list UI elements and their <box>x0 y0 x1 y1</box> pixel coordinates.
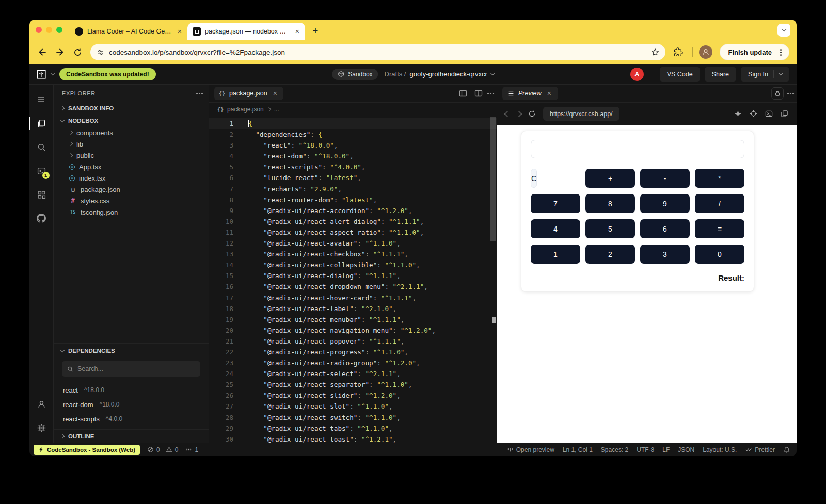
calc-button-digit-1[interactable]: 1 <box>531 245 580 264</box>
remote-indicator[interactable]: CodeSandbox - Sandbox (Web) <box>34 445 140 455</box>
console-icon[interactable] <box>765 110 773 118</box>
github-icon[interactable] <box>29 206 54 230</box>
calc-button-minus[interactable]: - <box>640 169 690 188</box>
section-sandbox-info[interactable]: SANDBOX INFO <box>54 102 209 115</box>
calc-button-digit-0[interactable]: 0 <box>695 245 744 264</box>
formatter-indicator[interactable]: Prettier <box>745 446 775 453</box>
vscode-button[interactable]: VS Code <box>660 67 700 82</box>
close-editor-tab-icon[interactable]: × <box>272 89 279 97</box>
calc-button-digit-5[interactable]: 5 <box>585 219 635 238</box>
tab-search-button[interactable] <box>777 24 790 37</box>
extensions-icon[interactable] <box>29 183 54 206</box>
calc-button-clear[interactable]: C <box>531 169 537 188</box>
calc-button-multiply[interactable]: * <box>695 169 744 188</box>
devtools-icon[interactable]: 1 <box>29 159 54 183</box>
share-button[interactable]: Share <box>705 67 736 82</box>
calc-button-divide[interactable]: / <box>695 194 744 213</box>
inspect-crosshair-icon[interactable] <box>750 110 757 118</box>
editor-scrollbar[interactable] <box>490 116 496 443</box>
sandbox-environment-badge[interactable]: Sandbox <box>332 69 378 80</box>
cursor-position[interactable]: Ln 1, Col 1 <box>563 446 593 453</box>
dependency-react-scripts[interactable]: react-scripts^4.0.0 <box>54 412 209 426</box>
browser-profile-avatar[interactable] <box>699 45 712 59</box>
calc-display-input[interactable] <box>531 140 744 158</box>
calc-button-plus[interactable]: + <box>585 169 635 188</box>
close-tab-icon[interactable]: × <box>294 27 301 36</box>
calc-button-digit-4[interactable]: 4 <box>531 219 580 238</box>
menu-hamburger-icon[interactable] <box>29 88 54 111</box>
scrollbar-thumb[interactable] <box>490 117 496 241</box>
tree-folder-components[interactable]: components <box>54 127 209 138</box>
language-mode[interactable]: JSON <box>678 446 694 453</box>
reload-button[interactable] <box>70 44 85 60</box>
tree-file-tsconfig.json[interactable]: TStsconfig.json <box>54 206 209 218</box>
dependency-search-input[interactable] <box>77 365 195 372</box>
finish-update-button[interactable]: Finish update <box>720 44 790 60</box>
logo-menu-chevron-icon[interactable] <box>51 71 55 75</box>
dependency-react[interactable]: react^18.0.0 <box>54 383 209 397</box>
extensions-puzzle-icon[interactable] <box>671 44 686 60</box>
preview-tab[interactable]: Preview × <box>502 87 558 100</box>
preview-back-icon[interactable] <box>504 111 510 117</box>
minimize-window-button[interactable] <box>46 27 52 33</box>
explorer-more-icon[interactable] <box>199 93 200 94</box>
forward-button[interactable] <box>52 44 68 60</box>
section-nodebox[interactable]: NODEBOX <box>54 115 209 127</box>
calc-button-equals[interactable]: = <box>695 219 744 238</box>
explorer-files-icon[interactable] <box>29 111 54 135</box>
lock-icon[interactable] <box>771 87 784 100</box>
preview-reload-icon[interactable] <box>528 110 536 118</box>
editor-tab-package-json[interactable]: {} package.json × <box>214 87 283 100</box>
browser-tab-llama-coder[interactable]: Llama Coder – AI Code Gener × <box>70 23 187 40</box>
preview-more-icon[interactable] <box>790 93 791 94</box>
split-editor-icon[interactable] <box>474 89 483 97</box>
section-outline[interactable]: OUTLINE <box>54 429 209 443</box>
problems-indicator[interactable]: 0 0 <box>147 446 178 453</box>
calc-button-digit-9[interactable]: 9 <box>640 194 690 213</box>
close-tab-icon[interactable]: × <box>176 27 183 36</box>
ai-sparkle-icon[interactable] <box>734 110 742 118</box>
user-avatar[interactable]: A <box>630 68 644 81</box>
settings-gear-icon[interactable] <box>29 416 54 440</box>
indent-setting[interactable]: Spaces: 2 <box>601 446 628 453</box>
calc-button-digit-8[interactable]: 8 <box>585 194 635 213</box>
calc-button-digit-3[interactable]: 3 <box>640 245 690 264</box>
close-preview-tab-icon[interactable]: × <box>545 89 552 97</box>
search-icon[interactable] <box>29 135 54 159</box>
codesandbox-logo[interactable] <box>37 70 46 79</box>
tree-folder-lib[interactable]: lib <box>54 138 209 150</box>
eol-setting[interactable]: LF <box>662 446 670 453</box>
editor-more-icon[interactable] <box>490 93 491 94</box>
account-icon[interactable] <box>29 392 54 416</box>
open-external-icon[interactable] <box>781 110 788 118</box>
section-dependencies[interactable]: DEPENDENCIES <box>54 345 209 357</box>
code-editor[interactable]: 1{2 "dependencies": {3 "react": "^18.0.0… <box>209 116 497 443</box>
dependency-react-dom[interactable]: react-dom^18.0.0 <box>54 397 209 412</box>
sandbox-breadcrumb[interactable]: Drafts / goofy-grothendieck-qrvxcr <box>385 70 494 78</box>
browser-tab-package-json[interactable]: package.json — nodebox — C × <box>187 23 305 40</box>
calc-button-digit-2[interactable]: 2 <box>585 245 635 264</box>
dependency-search[interactable] <box>62 361 200 377</box>
tree-file-styles.css[interactable]: #styles.css <box>54 195 209 206</box>
close-window-button[interactable] <box>36 27 42 33</box>
toggle-sidebar-icon[interactable] <box>459 89 467 97</box>
preview-url[interactable]: https://qrvxcr.csb.app/ <box>543 107 620 121</box>
breadcrumb[interactable]: {} package.json ... <box>209 103 497 116</box>
new-tab-button[interactable]: + <box>308 24 323 38</box>
maximize-window-button[interactable] <box>56 27 62 33</box>
notifications-bell-icon[interactable] <box>783 446 790 453</box>
ports-indicator[interactable]: 1 <box>185 446 198 453</box>
encoding-setting[interactable]: UTF-8 <box>637 446 654 453</box>
tree-file-index.tsx[interactable]: index.tsx <box>54 172 209 184</box>
site-settings-icon[interactable] <box>97 48 104 56</box>
finish-update-menu-icon[interactable] <box>780 52 782 53</box>
address-bar[interactable]: codesandbox.io/p/sandbox/qrvxcr?file=%2F… <box>90 44 665 60</box>
tree-folder-public[interactable]: public <box>54 150 209 161</box>
keyboard-layout[interactable]: Layout: U.S. <box>703 446 737 453</box>
back-button[interactable] <box>35 44 50 60</box>
sign-in-button[interactable]: Sign In <box>741 67 789 82</box>
bookmark-star-icon[interactable] <box>651 48 659 56</box>
calc-button-digit-6[interactable]: 6 <box>640 219 690 238</box>
calc-button-digit-7[interactable]: 7 <box>531 194 580 213</box>
open-preview-button[interactable]: Open preview <box>507 446 554 453</box>
